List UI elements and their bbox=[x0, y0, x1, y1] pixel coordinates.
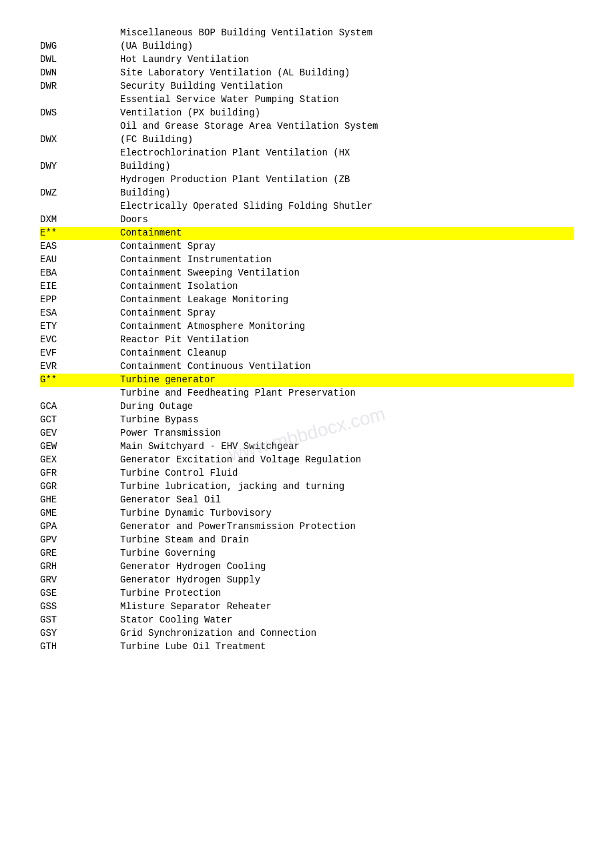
desc-cell: Containment Isolation bbox=[120, 281, 574, 292]
table-row: ESAContainment Spray bbox=[40, 307, 574, 320]
desc-cell: Containment Continuous Ventilation bbox=[120, 361, 574, 372]
code-cell: GPA bbox=[40, 521, 120, 532]
table-row: EIEContainment Isolation bbox=[40, 280, 574, 294]
table-row: Electrochlorination Plant Ventilation (H… bbox=[40, 147, 574, 160]
desc-cell: Turbine Dynamic Turbovisory bbox=[120, 508, 574, 518]
table-row: GEVPower Transmission bbox=[40, 427, 574, 440]
code-cell: EPP bbox=[40, 294, 120, 305]
code-cell: ETY bbox=[40, 321, 120, 332]
desc-cell: During Outage bbox=[120, 401, 574, 412]
desc-cell: Oil and Grease Storage Area Ventilation … bbox=[120, 121, 574, 131]
desc-cell: Grid Synchronization and Connection bbox=[120, 628, 574, 638]
desc-cell: Doors bbox=[120, 214, 574, 225]
table-row: Miscellaneous BOP Building Ventilation S… bbox=[40, 27, 574, 40]
code-cell: GFR bbox=[40, 468, 120, 478]
code-cell: GEV bbox=[40, 428, 120, 438]
code-cell: GPV bbox=[40, 534, 120, 545]
desc-cell: Building) bbox=[120, 161, 574, 171]
code-cell: GSE bbox=[40, 588, 120, 598]
desc-cell: Turbine and Feedheating Plant Preservati… bbox=[120, 388, 574, 398]
desc-cell: Containment bbox=[120, 228, 574, 238]
desc-cell: Turbine Bypass bbox=[120, 414, 574, 425]
table-row: EASContainment Spray bbox=[40, 240, 574, 254]
table-row: GSSMlisture Separator Reheater bbox=[40, 600, 574, 614]
code-cell: GSS bbox=[40, 601, 120, 612]
code-cell: GST bbox=[40, 614, 120, 625]
code-cell: DWL bbox=[40, 54, 120, 65]
table-row: GCADuring Outage bbox=[40, 400, 574, 414]
desc-cell: Containment Leakage Monitoring bbox=[120, 294, 574, 305]
code-cell: DWR bbox=[40, 81, 120, 91]
table-row: GMETurbine Dynamic Turbovisory bbox=[40, 507, 574, 520]
desc-cell: Ventilation (PX building) bbox=[120, 107, 574, 118]
table-row: DWG(UA Building) bbox=[40, 40, 574, 53]
table-row: G**Turbine generator bbox=[40, 374, 574, 387]
code-cell: GEX bbox=[40, 454, 120, 465]
code-cell: GTH bbox=[40, 641, 120, 652]
desc-cell: Building) bbox=[120, 187, 574, 198]
table-row: GFRTurbine Control Fluid bbox=[40, 467, 574, 480]
desc-cell: Containment Atmosphere Monitoring bbox=[120, 321, 574, 332]
desc-cell: Generator Hydrogen Cooling bbox=[120, 561, 574, 572]
desc-cell: Turbine generator bbox=[120, 374, 574, 385]
table-row: EVRContainment Continuous Ventilation bbox=[40, 360, 574, 374]
code-cell: EBA bbox=[40, 268, 120, 278]
desc-cell: Turbine Steam and Drain bbox=[120, 534, 574, 545]
table-row: DWYBuilding) bbox=[40, 160, 574, 173]
table-row: GHEGenerator Seal Oil bbox=[40, 494, 574, 507]
desc-cell: Turbine Protection bbox=[120, 588, 574, 598]
code-cell: EIE bbox=[40, 281, 120, 292]
code-cell: GGR bbox=[40, 481, 120, 492]
desc-cell: Turbine Lube Oil Treatment bbox=[120, 641, 574, 652]
table-row: Essential Service Water Pumping Station bbox=[40, 93, 574, 107]
code-cell: G** bbox=[40, 374, 120, 385]
code-cell: ESA bbox=[40, 308, 120, 318]
table-row: Oil and Grease Storage Area Ventilation … bbox=[40, 120, 574, 133]
code-cell: DWX bbox=[40, 134, 120, 145]
code-cell: GCT bbox=[40, 414, 120, 425]
table-row: DWNSite Laboratory Ventilation (AL Build… bbox=[40, 67, 574, 80]
code-cell: E** bbox=[40, 228, 120, 238]
desc-cell: Stator Cooling Water bbox=[120, 614, 574, 625]
table-row: EAUContainment Instrumentation bbox=[40, 254, 574, 267]
table-row: ETYContainment Atmosphere Monitoring bbox=[40, 320, 574, 334]
code-cell: EVR bbox=[40, 361, 120, 372]
desc-cell: Hot Laundry Ventilation bbox=[120, 54, 574, 65]
code-cell: EAU bbox=[40, 254, 120, 265]
desc-cell: Turbine lubrication, jacking and turning bbox=[120, 481, 574, 492]
table-row: GSETurbine Protection bbox=[40, 587, 574, 600]
table-row: DWLHot Laundry Ventilation bbox=[40, 53, 574, 67]
code-cell: DWS bbox=[40, 107, 120, 118]
table-row: DWZBuilding) bbox=[40, 187, 574, 200]
table-row: Turbine and Feedheating Plant Preservati… bbox=[40, 387, 574, 400]
desc-cell: Power Transmission bbox=[120, 428, 574, 438]
table-row: GRETurbine Governing bbox=[40, 547, 574, 560]
code-cell: DXM bbox=[40, 214, 120, 225]
code-cell: GSY bbox=[40, 628, 120, 638]
code-cell: EVF bbox=[40, 348, 120, 358]
table-row: DWSVentilation (PX building) bbox=[40, 107, 574, 120]
table-row: DXMDoors bbox=[40, 213, 574, 227]
code-cell: EVC bbox=[40, 334, 120, 345]
desc-cell: Containment Sweeping Ventilation bbox=[120, 268, 574, 278]
desc-cell: Mlisture Separator Reheater bbox=[120, 601, 574, 612]
table-row: E**Containment bbox=[40, 227, 574, 240]
code-cell: DWG bbox=[40, 41, 120, 51]
desc-cell: Generator Hydrogen Supply bbox=[120, 574, 574, 585]
table-row: GTHTurbine Lube Oil Treatment bbox=[40, 640, 574, 654]
code-cell: GME bbox=[40, 508, 120, 518]
code-cell: GEW bbox=[40, 441, 120, 452]
desc-cell: Containment Instrumentation bbox=[120, 254, 574, 265]
desc-cell: Containment Cleanup bbox=[120, 348, 574, 358]
table-row: Electrically Operated Sliding Folding Sh… bbox=[40, 200, 574, 213]
desc-cell: Electrically Operated Sliding Folding Sh… bbox=[120, 201, 574, 211]
table-row: GSTStator Cooling Water bbox=[40, 614, 574, 627]
desc-cell: Main Switchyard - EHV Switchgear bbox=[120, 441, 574, 452]
table-row: GEWMain Switchyard - EHV Switchgear bbox=[40, 440, 574, 454]
desc-cell: Reactor Pit Ventilation bbox=[120, 334, 574, 345]
desc-cell: Generator Seal Oil bbox=[120, 494, 574, 505]
code-cell: DWN bbox=[40, 67, 120, 78]
code-cell: DWZ bbox=[40, 187, 120, 198]
desc-cell: Security Building Ventilation bbox=[120, 81, 574, 91]
desc-cell: Essential Service Water Pumping Station bbox=[120, 94, 574, 105]
